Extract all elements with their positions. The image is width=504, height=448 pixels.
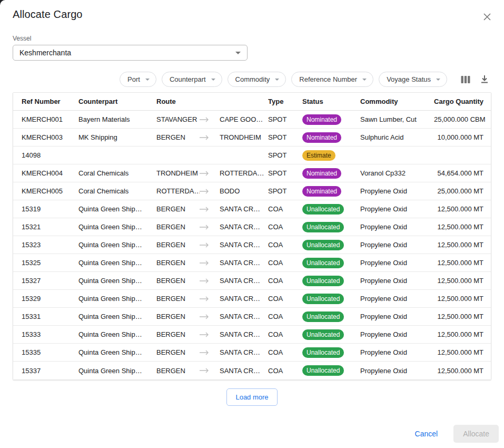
cell-commodity: Propylene Oxid [360, 205, 434, 213]
table-row[interactable]: KMERCH005Coral ChemicalsROTTERDA…BODOSPO… [13, 182, 491, 200]
table-row[interactable]: 15319Quinta Green Ship…BERGENSANTA CR…CO… [13, 200, 491, 218]
table-row[interactable]: 15329Quinta Green Ship…BERGENSANTA CR…CO… [13, 290, 491, 308]
cell-counterpart: Quinta Green Ship… [78, 277, 156, 285]
status-badge: Unallocated [302, 240, 344, 250]
chevron-down-icon [362, 79, 367, 81]
dialog-header: Allocate Cargo [0, 0, 504, 24]
chevron-down-icon [211, 79, 215, 81]
status-badge: Nominated [302, 186, 341, 197]
chevron-down-icon [436, 79, 440, 81]
cell-counterpart: Quinta Green Ship… [78, 205, 156, 213]
cell-type: SPOT [268, 133, 302, 141]
allocate-button[interactable]: Allocate [453, 425, 499, 443]
load-more-button[interactable]: Load more [226, 388, 277, 406]
columns-icon[interactable] [459, 73, 472, 86]
chevron-down-icon [275, 79, 279, 81]
route-origin: BERGEN [156, 295, 200, 303]
cell-counterpart: MK Shipping [78, 133, 156, 141]
cell-ref-number: KMERCH004 [13, 169, 78, 177]
column-header-status: Status [302, 98, 360, 105]
cell-ref-number: 15319 [13, 205, 78, 213]
status-badge: Unallocated [302, 222, 344, 232]
table-body: KMERCH001Bayern MaterialsSTAVANGERCAPE G… [13, 111, 491, 379]
table-row[interactable]: 15323Quinta Green Ship…BERGENSANTA CR…CO… [13, 236, 491, 254]
filter-chip-port[interactable]: Port [120, 72, 156, 87]
filter-chip-reference-number[interactable]: Reference Number [291, 72, 373, 87]
cell-cargo-quantity: 10,000.000 MT [434, 133, 491, 141]
cargo-table: Ref NumberCounterpartRouteTypeStatusComm… [13, 92, 491, 380]
table-row[interactable]: 15337Quinta Green Ship…BERGENSANTA CR…CO… [13, 362, 491, 379]
route-origin: BERGEN [156, 223, 200, 231]
cell-status: Unallocated [302, 276, 360, 286]
status-badge: Nominated [302, 114, 341, 125]
cell-type: COA [268, 330, 302, 338]
status-badge: Nominated [302, 168, 341, 179]
vessel-select[interactable]: Keshmerchanta [13, 45, 248, 61]
cell-type: SPOT [268, 187, 302, 195]
table-row[interactable]: 15325Quinta Green Ship…BERGENSANTA CR…CO… [13, 254, 491, 272]
column-header-ref-number: Ref Number [13, 98, 78, 105]
route-arrow-icon [200, 314, 209, 319]
status-badge: Unallocated [302, 311, 344, 322]
cell-counterpart: Quinta Green Ship… [78, 367, 156, 375]
cell-route: BERGENSANTA CR… [156, 259, 268, 267]
status-badge: Unallocated [302, 294, 344, 304]
route-origin: BERGEN [156, 330, 200, 338]
cell-ref-number: 15331 [13, 313, 78, 320]
cell-cargo-quantity: 25,000.000 MT [434, 187, 491, 195]
route-arrow-icon [200, 368, 209, 373]
cell-ref-number: 15325 [13, 259, 78, 267]
download-icon[interactable] [478, 73, 491, 86]
cell-route: BERGENSANTA CR… [156, 313, 268, 320]
filter-chip-commodity[interactable]: Commodity [228, 72, 286, 87]
table-row[interactable]: 15333Quinta Green Ship…BERGENSANTA CR…CO… [13, 326, 491, 344]
cell-cargo-quantity: 12,500.000 MT [434, 277, 491, 285]
vessel-label: Vessel [13, 35, 491, 42]
status-badge: Unallocated [302, 329, 344, 340]
route-arrow-icon [200, 332, 209, 337]
cell-type: COA [268, 313, 302, 320]
table-row[interactable]: 15331Quinta Green Ship…BERGENSANTA CR…CO… [13, 308, 491, 326]
filter-chip-counterpart[interactable]: Counterpart [162, 72, 222, 87]
table-row[interactable]: 15321Quinta Green Ship…BERGENSANTA CR…CO… [13, 218, 491, 236]
cell-type: COA [268, 348, 302, 356]
cell-type: SPOT [268, 115, 302, 123]
cell-ref-number: 15323 [13, 241, 78, 249]
chevron-down-icon [235, 52, 241, 54]
route-arrow-icon [200, 350, 209, 355]
cell-commodity: Sawn Lumber, Cut [360, 115, 434, 123]
vessel-field: Vessel Keshmerchanta [0, 24, 504, 61]
cell-counterpart: Quinta Green Ship… [78, 313, 156, 320]
cell-ref-number: 15321 [13, 223, 78, 231]
column-header-counterpart: Counterpart [78, 98, 156, 105]
cell-status: Unallocated [302, 258, 360, 268]
route-destination: SANTA CR… [220, 313, 260, 320]
cell-status: Nominated [302, 186, 360, 197]
route-arrow-icon [200, 242, 209, 248]
route-destination: TRONDHEIM [220, 133, 261, 141]
cell-route: BERGENSANTA CR… [156, 348, 268, 356]
filter-chip-label: Voyage Status [387, 75, 431, 83]
cell-commodity: Propylene Oxid [360, 313, 434, 320]
close-icon[interactable] [480, 9, 495, 24]
cell-counterpart: Quinta Green Ship… [78, 348, 156, 356]
status-badge: Unallocated [302, 276, 344, 286]
route-arrow-icon [200, 278, 209, 284]
route-destination: SANTA CR… [220, 330, 260, 338]
table-row[interactable]: KMERCH003MK ShippingBERGENTRONDHEIMSPOTN… [13, 129, 491, 147]
table-row[interactable]: 14098SPOTEstimate [13, 147, 491, 164]
route-destination: SANTA CR… [220, 295, 260, 303]
cell-ref-number: 15327 [13, 277, 78, 285]
route-arrow-icon [200, 171, 209, 176]
table-row[interactable]: 15327Quinta Green Ship…BERGENSANTA CR…CO… [13, 272, 491, 290]
table-row[interactable]: KMERCH001Bayern MaterialsSTAVANGERCAPE G… [13, 111, 491, 129]
cell-status: Unallocated [302, 294, 360, 304]
filter-chip-voyage-status[interactable]: Voyage Status [379, 72, 447, 87]
filter-chip-label: Reference Number [299, 75, 357, 83]
cancel-button[interactable]: Cancel [409, 425, 444, 442]
cell-type: COA [268, 241, 302, 249]
table-header-row: Ref NumberCounterpartRouteTypeStatusComm… [13, 93, 491, 111]
table-row[interactable]: 15335Quinta Green Ship…BERGENSANTA CR…CO… [13, 344, 491, 362]
table-row[interactable]: KMERCH004Coral ChemicalsTRONDHEIMROTTERD… [13, 164, 491, 182]
cell-cargo-quantity: 12,500.000 MT [434, 367, 491, 375]
